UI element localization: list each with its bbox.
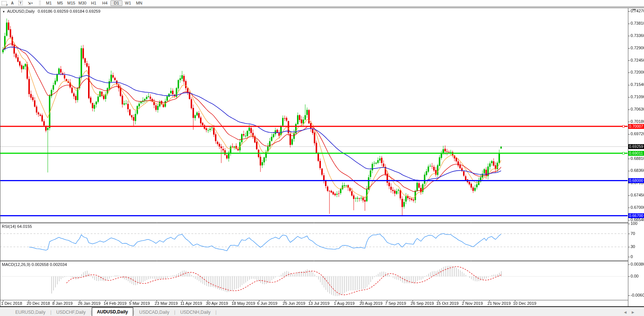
tab-usdchf[interactable]: USDCHF,Daily bbox=[51, 309, 91, 316]
price-axis-tick: 0.72450 bbox=[631, 58, 644, 62]
symbol-tabs: EURUSD,Daily|USDCHF,Daily|AUDUSD,Daily|U… bbox=[10, 307, 216, 316]
price-chart-canvas[interactable] bbox=[0, 0, 644, 308]
symbol-dropdown-icon[interactable]: ▼ bbox=[2, 10, 5, 13]
chevron-down-icon: ▾ bbox=[31, 1, 33, 5]
timeframe-button-d1[interactable]: D1 bbox=[110, 0, 122, 6]
macd-axis-tick: -0.006087 bbox=[631, 293, 644, 297]
fibonacci-box-icon: F bbox=[1, 1, 7, 5]
tab-scroll-left-icon[interactable]: ◀ bbox=[624, 310, 632, 314]
date-axis-label: 20 Dec 2018 bbox=[27, 301, 50, 306]
label-tool-icon[interactable]: T bbox=[16, 0, 25, 6]
price-line-badge: 0.66700 bbox=[628, 213, 644, 218]
fibonacci-tool-icon[interactable]: F bbox=[0, 0, 8, 6]
price-axis-tick: 0.68810 bbox=[631, 156, 644, 161]
date-axis-label: 20 Aug 2019 bbox=[359, 301, 382, 306]
date-axis-label: 23 Mar 2019 bbox=[155, 301, 178, 306]
tab-audusd[interactable]: AUDUSD,Daily bbox=[92, 307, 133, 316]
date-axis-label: 2 Nov 2019 bbox=[462, 301, 483, 306]
price-axis-tick: 0.70180 bbox=[631, 119, 644, 124]
date-axis-label: 6 Jun 2019 bbox=[257, 301, 277, 306]
price-line-badge: 0.69259 bbox=[628, 144, 644, 149]
timeframe-button-w1[interactable]: W1 bbox=[122, 0, 134, 6]
macd-indicator-label: MACD(12,26,9) 0.002658 0.002034 bbox=[2, 262, 67, 267]
price-axis-tick: 0.73810 bbox=[631, 21, 644, 25]
timeframe-button-m15[interactable]: M15 bbox=[66, 0, 77, 6]
date-axis-label: 26 Jan 2019 bbox=[78, 301, 101, 306]
price-line-badge: 0.68000 bbox=[628, 178, 644, 183]
timeframe-button-m30[interactable]: M30 bbox=[77, 0, 88, 6]
tab-separator: | bbox=[215, 309, 216, 316]
macd-axis-tick: 0.00 bbox=[631, 274, 638, 278]
price-axis-tick: 0.74270 bbox=[631, 9, 644, 13]
rsi-axis-tick: 30 bbox=[631, 244, 635, 249]
price-axis-tick: 0.71090 bbox=[631, 95, 644, 99]
tab-eurusd[interactable]: EURUSD,Daily bbox=[10, 309, 50, 316]
timeframe-group: M1M5M15M30H1H4D1W1MN bbox=[43, 0, 145, 6]
date-axis-label: 10 Dec 2019 bbox=[513, 301, 536, 306]
price-axis-tick: 0.70630 bbox=[631, 107, 644, 111]
arrows-glyph: ⇲ bbox=[28, 1, 31, 5]
rsi-axis-tick: 0 bbox=[631, 254, 633, 259]
date-axis-label: 26 Sep 2019 bbox=[411, 301, 434, 306]
date-axis-label: 25 Jun 2019 bbox=[283, 301, 306, 306]
text-tool-icon[interactable]: A bbox=[8, 0, 16, 6]
macd-axis-tick: 0.003804 bbox=[631, 262, 644, 266]
date-axis-label: 15 Oct 2019 bbox=[436, 301, 459, 306]
date-axis-label: 8 Jan 2019 bbox=[52, 301, 72, 306]
rsi-axis-tick: 70 bbox=[631, 231, 635, 236]
arrows-tool-icon[interactable]: ⇲ ▾ bbox=[25, 0, 36, 6]
price-axis-tick: 0.68360 bbox=[631, 168, 644, 173]
date-axis-label: 21 Nov 2019 bbox=[487, 301, 510, 306]
date-axis-label: 1 Dec 2018 bbox=[1, 301, 22, 306]
price-axis-tick: 0.67450 bbox=[631, 193, 644, 197]
timeframe-button-h4[interactable]: H4 bbox=[99, 0, 110, 6]
date-axis-label: 13 Jul 2019 bbox=[308, 301, 329, 306]
date-axis-label: 5 Mar 2019 bbox=[129, 301, 150, 306]
toolbar-grip[interactable] bbox=[39, 1, 41, 5]
chart-title-symbol: AUDUSD,Daily bbox=[7, 9, 35, 13]
chart-title-quote: 0.69186 0.69259 0.69184 0.69259 bbox=[38, 9, 100, 13]
price-axis-tick: 0.67000 bbox=[631, 205, 644, 210]
trading-terminal-window: F A T ⇲ ▾ M1M5M15M30H1H4D1W1MN ▼AUDUSD,D… bbox=[0, 0, 644, 316]
timeframe-button-h1[interactable]: H1 bbox=[88, 0, 99, 6]
rsi-axis-tick: 100 bbox=[631, 221, 637, 226]
date-axis-label: 30 Apr 2019 bbox=[206, 301, 228, 306]
date-axis-label: 18 May 2019 bbox=[231, 301, 255, 306]
toolbar: F A T ⇲ ▾ M1M5M15M30H1H4D1W1MN bbox=[0, 0, 644, 6]
symbol-tab-bar: EURUSD,Daily|USDCHF,Daily|AUDUSD,Daily|U… bbox=[0, 306, 644, 316]
rsi-indicator-label: RSI(14) 64.0155 bbox=[2, 224, 32, 229]
timeframe-button-mn[interactable]: MN bbox=[134, 0, 145, 6]
tab-scroll-right-icon[interactable]: ▶ bbox=[632, 310, 640, 314]
date-axis-label: 14 Feb 2019 bbox=[103, 301, 126, 306]
chart-title: ▼AUDUSD,Daily0.69186 0.69259 0.69184 0.6… bbox=[2, 9, 100, 13]
date-axis-label: 7 Sep 2019 bbox=[385, 301, 406, 306]
tab-scroll-arrows: ◀▶ bbox=[624, 310, 640, 314]
tab-usdcnh[interactable]: USDCNH,Daily bbox=[175, 309, 215, 316]
price-line-badge: 0.69011 bbox=[628, 151, 644, 156]
date-axis-label: 11 Apr 2019 bbox=[180, 301, 202, 306]
price-line-badge: 0.70007 bbox=[628, 124, 644, 129]
price-axis-tick: 0.73360 bbox=[631, 33, 644, 38]
price-axis-tick: 0.72900 bbox=[631, 46, 644, 50]
price-axis-tick: 0.72000 bbox=[631, 70, 644, 74]
timeframe-button-m1[interactable]: M1 bbox=[43, 0, 54, 6]
price-axis-tick: 0.69720 bbox=[631, 131, 644, 136]
date-axis-label: 1 Aug 2019 bbox=[334, 301, 355, 306]
tab-usdcad[interactable]: USDCAD,Daily bbox=[134, 309, 174, 316]
price-axis-tick: 0.71540 bbox=[631, 82, 644, 87]
timeframe-button-m5[interactable]: M5 bbox=[54, 0, 66, 6]
